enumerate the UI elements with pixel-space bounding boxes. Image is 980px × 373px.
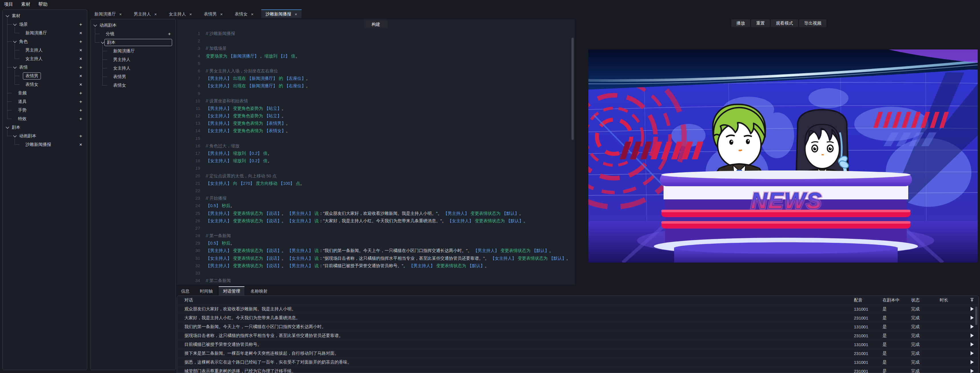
bottom-tab-信息[interactable]: 信息 <box>177 286 194 295</box>
col-header-dialog: 对话 <box>177 298 854 303</box>
line-number: 14 <box>177 127 206 134</box>
tree-item[interactable]: 动画剧本 <box>91 21 174 29</box>
tree-connector <box>14 76 19 76</box>
tree-item[interactable]: 分镜+ <box>91 29 174 38</box>
play-icon[interactable] <box>970 343 974 346</box>
dialog-row[interactable]: 我们的第一条新闻。今天上午，一只橘猫在小区门口指挥交通长达两小时。131001是… <box>177 322 978 331</box>
voice-id-cell: 131001 <box>854 307 883 311</box>
close-icon[interactable]: × <box>79 31 83 35</box>
tree-item[interactable]: 场景+ <box>4 20 86 29</box>
reset-button[interactable]: 重置 <box>751 19 770 27</box>
play-icon[interactable] <box>970 325 974 329</box>
tree-item[interactable]: 沙雕新闻播报× <box>4 140 86 149</box>
code-line: 23// 开始播报 <box>177 194 570 202</box>
dialog-row[interactable]: 大家好，我是主持人小红。今天我们为您带来几条重磅消息。231001是完成 <box>177 313 978 322</box>
code-line: 3// 加载场景 <box>177 45 570 52</box>
tree-item[interactable]: 男主持人× <box>4 46 86 54</box>
dialog-row[interactable]: 目前橘猫已被授予荣誉交通协管员称号。131001是完成 <box>177 340 978 349</box>
tree-item[interactable]: 表情女 <box>91 81 174 89</box>
tab-新闻演播厅[interactable]: 新闻演播厅× <box>90 10 126 18</box>
script-editor[interactable]: 构建 1// 沙雕新闻播报23// 加载场景4变更场景为【新闻演播厅】，缩放到【… <box>177 19 574 285</box>
add-icon[interactable]: + <box>79 117 83 121</box>
tab-男主持人[interactable]: 男主持人× <box>129 10 161 18</box>
line-number: 25 <box>177 210 206 217</box>
close-icon[interactable]: × <box>79 142 83 147</box>
close-icon[interactable]: × <box>79 48 83 53</box>
tree-item[interactable]: 表情男× <box>4 72 86 80</box>
dialog-row[interactable]: 城管部门表示尊重老树的选择，已经为它办理了迁移手续。231001是完成 <box>177 367 978 373</box>
tree-item[interactable]: 女主持人× <box>4 54 86 63</box>
add-icon[interactable]: + <box>79 65 83 70</box>
dialog-row[interactable]: 接下来是第二条新闻。一棵百年老树今天突然连根拔起，自行移动到了马路对面。2310… <box>177 349 978 357</box>
close-icon[interactable]: × <box>79 82 83 87</box>
play-icon[interactable] <box>970 360 974 364</box>
dialog-row[interactable]: 据悉，这棵树表示它在这个路口已经站了一百年，实在受不了对面新开的奶茶店的香味。1… <box>177 357 978 367</box>
tree-item[interactable]: 表情+ <box>4 63 86 72</box>
menu-bar: 项目素材帮助 <box>0 0 980 9</box>
close-icon[interactable]: × <box>251 12 254 17</box>
close-icon[interactable]: × <box>154 12 157 17</box>
voice-id-cell: 131001 <box>854 342 883 347</box>
add-icon[interactable]: + <box>79 134 83 138</box>
tree-item[interactable]: 音频+ <box>4 89 86 97</box>
build-button[interactable]: 构建 <box>364 20 388 28</box>
tab-女主持人[interactable]: 女主持人× <box>165 10 196 18</box>
tree-item[interactable]: 角色+ <box>4 37 86 46</box>
line-number: 21 <box>177 180 206 187</box>
add-icon[interactable]: + <box>79 100 83 104</box>
line-number: 11 <box>177 105 206 112</box>
play-icon[interactable] <box>970 369 974 373</box>
add-icon[interactable]: + <box>79 91 83 95</box>
watch-mode-button[interactable]: 观看模式 <box>771 19 798 27</box>
tree-connector <box>14 44 15 59</box>
table-scrollbar[interactable] <box>975 306 978 372</box>
close-icon[interactable]: × <box>295 12 298 17</box>
tree-connector <box>102 45 103 85</box>
export-video-button[interactable]: 导出视频 <box>799 19 826 27</box>
close-icon[interactable]: × <box>79 57 83 61</box>
tree-item[interactable]: 剧本 <box>4 123 86 132</box>
tree-item[interactable]: 特效+ <box>4 115 86 123</box>
dialog-row[interactable]: 据现场目击者称，这只橘猫的指挥水平相当专业，甚至比某些交通协管员还要靠谱。231… <box>177 331 978 340</box>
add-icon[interactable]: + <box>79 22 83 27</box>
close-icon[interactable]: × <box>79 74 83 78</box>
tab-沙雕新闻播报[interactable]: 沙雕新闻播报× <box>261 10 302 18</box>
menu-item[interactable]: 项目 <box>4 2 13 8</box>
import-top-icon[interactable] <box>970 298 974 302</box>
tree-item[interactable]: 道具+ <box>4 97 86 106</box>
dialog-row[interactable]: 观众朋友们大家好，欢迎收看沙雕新闻。我是主持人小明。131001是完成 <box>177 304 978 313</box>
play-icon[interactable] <box>970 333 974 338</box>
play-icon[interactable] <box>970 307 974 311</box>
tree-item[interactable]: 剧本 <box>91 38 174 46</box>
tree-connector <box>7 130 8 136</box>
editor-scrollbar[interactable] <box>571 29 574 283</box>
code-line: 10// 设置坐姿和初始表情 <box>177 97 570 105</box>
close-icon[interactable]: × <box>220 12 223 17</box>
add-icon[interactable]: + <box>79 40 83 44</box>
menu-item[interactable]: 素材 <box>21 2 30 8</box>
tree-item[interactable]: 手势+ <box>4 106 86 115</box>
play-icon[interactable] <box>970 316 974 320</box>
bottom-tab-名称映射[interactable]: 名称映射 <box>246 286 272 295</box>
add-icon[interactable]: + <box>79 108 83 112</box>
add-icon[interactable]: + <box>167 32 172 36</box>
close-icon[interactable]: × <box>189 12 192 17</box>
tab-表情男[interactable]: 表情男× <box>200 10 227 18</box>
tree-item[interactable]: 新闻演播厅× <box>4 29 86 37</box>
tree-item[interactable]: 素材 <box>4 11 86 20</box>
play-button[interactable]: 播放 <box>731 19 750 27</box>
bottom-tab-对话管理[interactable]: 对话管理 <box>219 286 244 295</box>
tree-item[interactable]: 动画剧本+ <box>4 132 86 140</box>
tab-表情女[interactable]: 表情女× <box>231 10 258 18</box>
tree-item[interactable]: 新闻演播厅 <box>91 46 174 55</box>
tree-item[interactable]: 女主持人 <box>91 64 174 72</box>
close-icon[interactable]: × <box>119 12 122 17</box>
bottom-tab-时间轴[interactable]: 时间轴 <box>196 286 217 295</box>
play-icon[interactable] <box>970 351 974 355</box>
tree-item[interactable]: 男主持人 <box>91 55 174 64</box>
code-area[interactable]: 1// 沙雕新闻播报23// 加载场景4变更场景为【新闻演播厅】，缩放到【2】倍… <box>177 30 570 284</box>
menu-item[interactable]: 帮助 <box>38 2 48 8</box>
tree-item[interactable]: 表情女× <box>4 80 86 89</box>
in-script-cell: 是 <box>883 324 911 330</box>
tree-item[interactable]: 表情男 <box>91 72 174 81</box>
